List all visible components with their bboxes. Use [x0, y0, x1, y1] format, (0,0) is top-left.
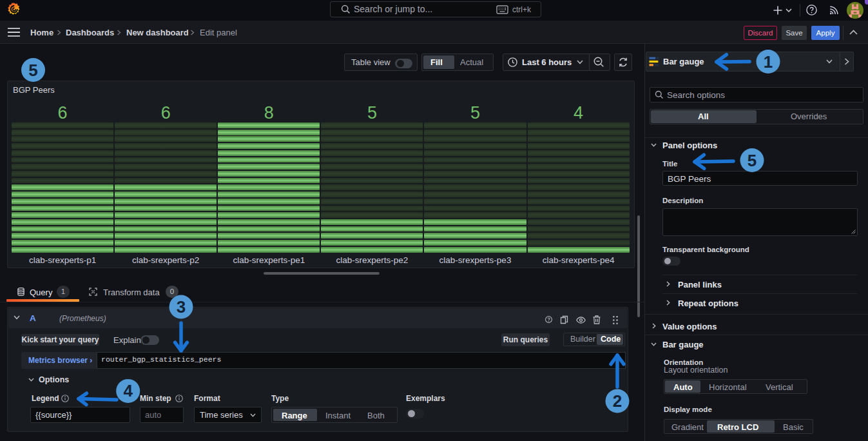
svg-text:5: 5	[747, 151, 757, 170]
svg-text:5: 5	[28, 61, 37, 80]
svg-text:1: 1	[764, 52, 773, 72]
svg-text:4: 4	[123, 381, 133, 400]
svg-text:3: 3	[177, 297, 186, 317]
svg-text:2: 2	[613, 391, 622, 411]
